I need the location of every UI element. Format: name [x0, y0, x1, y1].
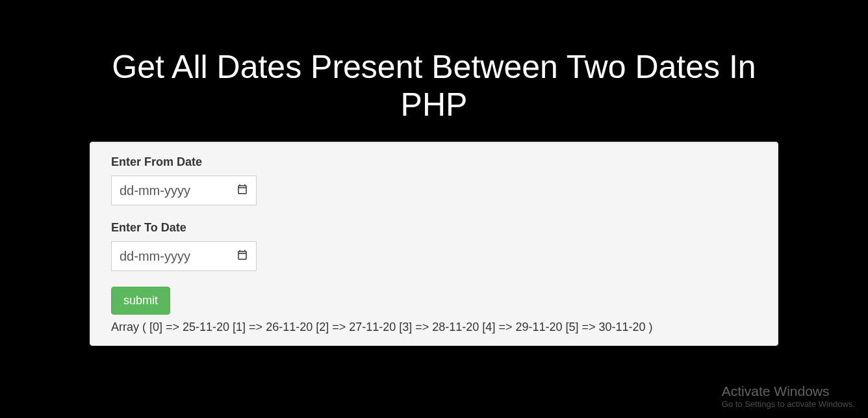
submit-button[interactable]: submit — [111, 287, 170, 315]
calendar-icon[interactable] — [236, 249, 248, 263]
output-array-text: Array ( [0] => 25-11-20 [1] => 26-11-20 … — [111, 319, 757, 336]
form-panel: Enter From Date dd-mm-yyyy Enter To Date… — [90, 142, 778, 346]
watermark-subtitle: Go to Settings to activate Windows. — [722, 399, 855, 409]
page-title: Get All Dates Present Between Two Dates … — [90, 49, 778, 124]
to-date-input[interactable]: dd-mm-yyyy — [111, 241, 257, 271]
watermark-title: Activate Windows — [722, 384, 855, 399]
windows-activation-watermark: Activate Windows Go to Settings to activ… — [722, 384, 855, 409]
calendar-icon[interactable] — [236, 183, 248, 198]
to-date-group: Enter To Date dd-mm-yyyy — [111, 221, 757, 271]
from-date-placeholder: dd-mm-yyyy — [120, 183, 236, 198]
from-date-input[interactable]: dd-mm-yyyy — [111, 176, 257, 205]
to-date-placeholder: dd-mm-yyyy — [120, 249, 236, 264]
from-date-group: Enter From Date dd-mm-yyyy — [111, 155, 757, 205]
to-date-label: Enter To Date — [111, 221, 757, 235]
from-date-label: Enter From Date — [111, 155, 757, 169]
